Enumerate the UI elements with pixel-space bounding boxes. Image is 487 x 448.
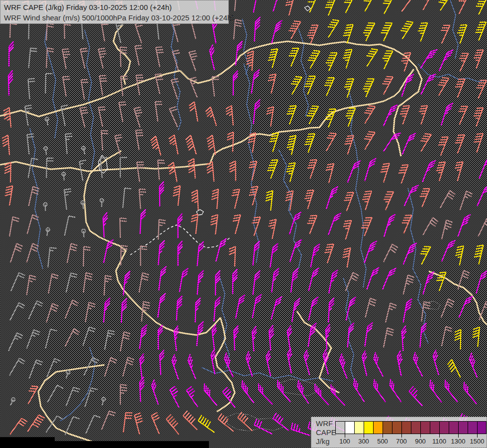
- wind-barb: [400, 21, 413, 39]
- wind-barb: [123, 357, 134, 377]
- urban-outline-lines: [226, 301, 440, 431]
- wind-barb: [310, 244, 320, 267]
- wind-barb: [174, 326, 179, 351]
- wind-barb: [402, 0, 414, 11]
- wind-barb: [189, 102, 198, 121]
- wind-barb: [287, 106, 296, 124]
- wind-barb: [136, 75, 144, 95]
- wind-barb: [420, 50, 437, 69]
- wind-barb: [46, 148, 47, 155]
- wind-barb: [362, 191, 372, 210]
- wind-barb: [67, 243, 78, 263]
- wind-barb: [27, 275, 36, 295]
- wind-barb: [235, 0, 243, 11]
- wind-barb: [455, 330, 461, 349]
- river: [244, 64, 259, 263]
- wind-barb: [28, 415, 45, 432]
- wind-barb: [384, 192, 393, 210]
- wind-barb: [135, 23, 143, 43]
- wind-barb: [86, 302, 96, 322]
- wind-barb: [374, 379, 386, 402]
- title-line-cape: WRF CAPE (J/kg) Friday 03-10-2025 12:00 …: [4, 2, 228, 12]
- wind-barb: [346, 272, 359, 291]
- colorbar-cell: [392, 421, 401, 434]
- wind-barb: [151, 136, 161, 156]
- wind-barb: [120, 332, 130, 351]
- wind-barb: [348, 323, 354, 347]
- wind-barb: [273, 413, 289, 431]
- wind-barb: [177, 296, 183, 321]
- wind-barb: [445, 380, 458, 402]
- wind-barb: [120, 385, 127, 405]
- colorbar-cell: [383, 421, 392, 434]
- wind-barb: [119, 102, 126, 122]
- wind-barb: [297, 380, 308, 404]
- wind-barb: [269, 325, 274, 350]
- colorbar-cell: [401, 421, 411, 434]
- wind-barb: [448, 359, 461, 377]
- wind-barb: [86, 415, 100, 434]
- wind-barb: [62, 49, 70, 69]
- wind-barb: [246, 351, 253, 376]
- wind-barb: [63, 77, 70, 97]
- river: [242, 19, 249, 75]
- wind-barb: [266, 351, 271, 376]
- wind-barb: [344, 192, 354, 211]
- title-panel: WRF CAPE (J/kg) Friday 03-10-2025 12:00 …: [0, 0, 229, 24]
- legend-label-param: CAPE: [316, 428, 336, 437]
- wind-barb: [168, 162, 177, 182]
- wind-barb: [45, 74, 52, 94]
- wind-barb: [402, 215, 412, 233]
- wind-barb: [315, 384, 329, 405]
- wind-barb: [419, 106, 427, 124]
- wind-barb: [476, 271, 487, 294]
- wind-barb: [236, 295, 245, 318]
- wind-barb: [326, 187, 338, 209]
- wind-barb: [390, 379, 401, 402]
- wind-barb: [64, 189, 71, 209]
- wind-barb: [364, 106, 375, 123]
- wind-barb: [134, 413, 143, 435]
- wind-barb: [158, 160, 165, 180]
- wind-barb: [226, 106, 233, 125]
- wind-barb: [459, 53, 468, 71]
- wind-barb: [136, 130, 143, 150]
- wind-barb: [246, 51, 253, 71]
- wind-barb: [343, 248, 351, 267]
- wind-barb: [326, 53, 337, 71]
- wind-barb: [458, 215, 471, 236]
- wind-barb: [101, 201, 102, 207]
- bottom-black-band: [0, 441, 209, 448]
- wind-barb: [212, 325, 216, 350]
- wind-barb: [384, 328, 394, 347]
- wind-barb: [151, 413, 159, 434]
- border: [113, 24, 130, 85]
- wind-barb: [384, 215, 395, 237]
- map-canvas: [0, 0, 487, 448]
- wind-barb: [459, 296, 473, 318]
- legend-label-model: WRF: [316, 419, 333, 428]
- wind-barb: [460, 191, 473, 210]
- wind-barb: [66, 273, 77, 293]
- wind-barb: [251, 70, 259, 94]
- wind-barb: [304, 350, 309, 375]
- wind-barb: [331, 384, 345, 405]
- wind-barb: [103, 298, 110, 323]
- wind-barb: [343, 24, 353, 43]
- wind-barb: [354, 378, 364, 402]
- wind-barb: [326, 164, 334, 183]
- wind-barb: [160, 182, 164, 207]
- wind-barb: [267, 160, 278, 178]
- river: [60, 347, 95, 421]
- wind-barb: [140, 325, 147, 349]
- wind-barb: [233, 269, 237, 294]
- wind-barb: [362, 351, 367, 376]
- wind-barb: [229, 246, 235, 266]
- wind-barb: [192, 190, 198, 210]
- wind-barb: [403, 299, 412, 323]
- colorbar-tick-label: 1100: [432, 438, 446, 445]
- wind-barb: [324, 78, 334, 96]
- colorbar-tick-mark: [458, 434, 459, 438]
- wind-barb: [98, 107, 106, 127]
- colorbar-cell: [354, 421, 364, 434]
